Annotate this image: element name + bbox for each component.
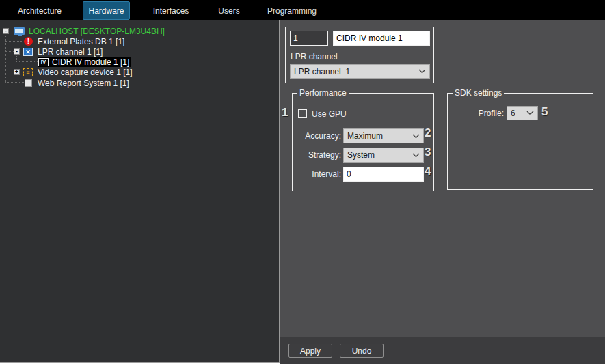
app-window: Architecture Hardware Interfaces Users P…: [0, 0, 605, 364]
tree-guide-line: [16, 61, 38, 62]
tree-item-lpr-channel[interactable]: ✕ LPR channel 1 [1]: [23, 46, 104, 57]
module-detail-panel: LPR channel LPR channel 1 Performance Us…: [280, 20, 605, 364]
expander-expand[interactable]: +: [14, 69, 20, 75]
tree-guide-line: [16, 56, 17, 61]
performance-title: Performance: [297, 88, 349, 98]
module-name-field[interactable]: [333, 31, 430, 46]
strategy-label: Strategy:: [293, 150, 341, 160]
annotation-5: 5: [541, 105, 548, 119]
tree-guide-line: [5, 41, 23, 42]
strategy-value: System: [347, 150, 412, 160]
tree-item-label: External Plates DB 1 [1]: [36, 37, 126, 46]
tree-item-cidr-module[interactable]: IV CIDR IV module 1 [1]: [38, 57, 131, 67]
strategy-select[interactable]: System: [343, 148, 424, 163]
cidr-module-icon: IV: [38, 58, 49, 66]
video-capture-icon: ≡: [23, 68, 33, 76]
annotation-1: 1: [282, 106, 288, 120]
main-tabbar: Architecture Hardware Interfaces Users P…: [0, 0, 605, 20]
tree-guide-line: [5, 82, 24, 83]
tab-architecture[interactable]: Architecture: [12, 1, 67, 20]
use-gpu-label: Use GPU: [312, 109, 347, 119]
interval-field[interactable]: [343, 167, 424, 182]
performance-groupbox: Performance Use GPU Accuracy: Maximum St…: [292, 93, 434, 191]
lpr-channel-icon: ✕: [23, 48, 33, 56]
module-id-field[interactable]: [290, 31, 328, 46]
lpr-channel-value: LPR channel 1: [294, 67, 418, 76]
web-report-icon: [25, 79, 32, 87]
accuracy-select[interactable]: Maximum: [343, 128, 424, 143]
identity-groupbox: LPR channel LPR channel 1: [285, 27, 434, 83]
hardware-tree: - LOCALHOST [DESKTOP-LM3U4BH] ! External…: [0, 20, 280, 363]
accuracy-value: Maximum: [347, 131, 412, 141]
apply-button[interactable]: Apply: [288, 344, 332, 358]
lpr-channel-label: LPR channel: [291, 52, 338, 61]
sdk-settings-title: SDK settings: [453, 88, 504, 98]
tree-item-web-report[interactable]: Web Report System 1 [1]: [25, 78, 131, 88]
tree-item-video-capture[interactable]: ≡ Video capture device 1 [1]: [23, 67, 134, 77]
profile-value: 6: [511, 109, 526, 118]
button-strip: Apply Undo: [280, 337, 605, 364]
tree-item-localhost[interactable]: LOCALHOST [DESKTOP-LM3U4BH]: [14, 26, 166, 36]
tree-item-label: Video capture device 1 [1]: [36, 68, 134, 77]
annotation-4: 4: [425, 165, 431, 178]
chevron-down-icon: [412, 134, 420, 139]
profile-label: Profile:: [455, 109, 504, 118]
lpr-channel-select[interactable]: LPR channel 1: [290, 64, 430, 79]
undo-button[interactable]: Undo: [340, 344, 384, 358]
sdk-settings-groupbox: SDK settings Profile: 6: [447, 93, 593, 190]
expander-collapse[interactable]: -: [3, 28, 9, 34]
tab-hardware[interactable]: Hardware: [83, 1, 130, 20]
tree-item-label: CIDR IV module 1 [1]: [51, 57, 131, 67]
tab-users[interactable]: Users: [211, 1, 247, 20]
accuracy-label: Accuracy:: [293, 131, 341, 141]
interval-label: Interval:: [293, 169, 341, 179]
use-gpu-checkbox[interactable]: [298, 109, 307, 118]
profile-select[interactable]: 6: [507, 106, 538, 120]
chevron-down-icon: [412, 153, 420, 158]
tab-interfaces[interactable]: Interfaces: [145, 1, 197, 20]
alert-icon: !: [24, 37, 33, 46]
tree-item-label: LOCALHOST [DESKTOP-LM3U4BH]: [27, 27, 166, 36]
chevron-down-icon: [526, 111, 534, 115]
tree-item-label: LPR channel 1 [1]: [36, 47, 104, 57]
selected-row-highlight: IV CIDR IV module 1 [1]: [38, 57, 131, 67]
expander-collapse[interactable]: -: [14, 48, 20, 55]
tree-guide-line: [5, 51, 14, 52]
tree-item-label: Web Report System 1 [1]: [36, 79, 131, 88]
computer-icon: [14, 27, 25, 35]
tab-programming[interactable]: Programming: [263, 1, 321, 20]
annotation-3: 3: [425, 145, 431, 159]
tree-guide-line: [5, 36, 6, 82]
tree-guide-line: [5, 72, 14, 72]
chevron-down-icon: [418, 69, 426, 74]
tree-item-external-plates-db[interactable]: ! External Plates DB 1 [1]: [24, 36, 126, 46]
annotation-2: 2: [425, 126, 431, 140]
